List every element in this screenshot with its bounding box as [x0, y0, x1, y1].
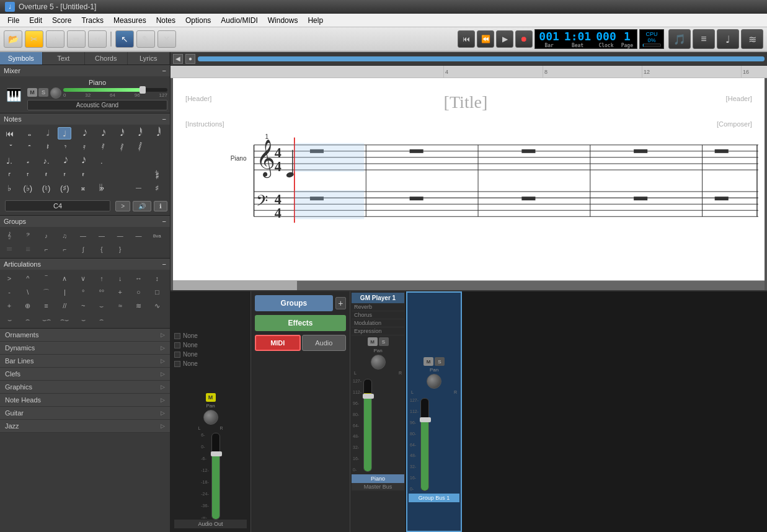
transport-record[interactable]: ⏺: [515, 30, 533, 48]
barlines-header[interactable]: Bar Lines ▷: [0, 355, 170, 367]
artic-item[interactable]: ⊕: [21, 299, 35, 312]
tool-bars[interactable]: ≣: [67, 30, 86, 48]
master-pan-knob[interactable]: [203, 410, 218, 425]
gm-fader-track[interactable]: [363, 379, 372, 472]
none-checkbox-2[interactable]: [174, 342, 180, 348]
artic-item[interactable]: ↔: [131, 272, 145, 285]
tab-lyrics[interactable]: Lyrics: [128, 52, 171, 64]
artic-item[interactable]: +: [2, 299, 16, 312]
artic-item[interactable]: -: [2, 286, 16, 298]
artic-item[interactable]: ⌣: [76, 313, 90, 326]
note-item[interactable]: ♪.: [40, 154, 53, 167]
score-tool-back[interactable]: ◀: [173, 54, 183, 64]
note-item[interactable]: 𝄻: [2, 141, 16, 153]
note-info-btn[interactable]: ℹ: [154, 201, 167, 211]
transport-rewind[interactable]: ⏮: [458, 30, 475, 48]
note-item[interactable]: 𝄿r: [76, 168, 90, 180]
tool-select[interactable]: ↖: [115, 30, 134, 48]
mixer-volume-handle[interactable]: [140, 86, 146, 94]
send-expression[interactable]: Expression: [352, 327, 404, 335]
artic-item[interactable]: ≋: [131, 299, 145, 312]
group-mute-btn[interactable]: M: [423, 357, 433, 366]
score-scrollbar-top[interactable]: [198, 56, 765, 61]
group-item[interactable]: }: [113, 243, 127, 255]
note-item[interactable]: 𝄼: [21, 141, 35, 153]
menu-tracks[interactable]: Tracks: [76, 14, 109, 27]
note-item[interactable]: [131, 168, 145, 180]
tool-accidentals[interactable]: ♯♯: [88, 30, 107, 48]
artic-item[interactable]: ⌢: [21, 313, 35, 326]
menu-file[interactable]: File: [2, 14, 24, 27]
gm-pan-knob[interactable]: [371, 355, 386, 370]
send-chorus[interactable]: Chorus: [352, 311, 404, 319]
group-item[interactable]: 𝄙: [21, 243, 35, 255]
group-item[interactable]: 𝄞: [2, 229, 16, 242]
artic-item[interactable]: >: [2, 272, 16, 285]
mixer-solo-btn[interactable]: S: [38, 88, 48, 97]
note-item[interactable]: 𝅘𝅥𝅲: [150, 127, 164, 140]
artic-item[interactable]: ↑: [95, 272, 109, 285]
group-item[interactable]: —: [131, 229, 145, 242]
transport-back[interactable]: ⏪: [477, 30, 494, 48]
menu-notes[interactable]: Notes: [151, 14, 180, 27]
note-item[interactable]: 𝄾r: [58, 168, 71, 180]
menu-measures[interactable]: Measures: [109, 14, 151, 27]
mixer-volume-knob[interactable]: [50, 87, 61, 99]
mixer-collapse[interactable]: −: [162, 67, 166, 74]
group-item[interactable]: —: [95, 229, 109, 242]
tool-open[interactable]: 📂: [4, 30, 22, 48]
note-item[interactable]: [113, 154, 127, 167]
note-item[interactable]: [113, 168, 127, 180]
artic-item[interactable]: ‾: [40, 272, 53, 285]
note-item[interactable]: —: [131, 182, 145, 194]
artic-item[interactable]: ⌣⌢: [40, 313, 53, 326]
group-item[interactable]: ♫: [58, 229, 71, 242]
send-modulation[interactable]: Modulation: [352, 319, 404, 327]
tool-eraser[interactable]: ✕: [157, 30, 176, 48]
artic-item[interactable]: □: [150, 286, 164, 298]
note-item[interactable]: ♩.: [2, 154, 16, 167]
clefs-header[interactable]: Clefs ▷: [0, 368, 170, 380]
right-tool-tempo[interactable]: ≋: [741, 29, 763, 49]
menu-audio-midi[interactable]: Audio/MIDI: [216, 14, 262, 27]
jazz-header[interactable]: Jazz ▷: [0, 420, 170, 432]
artic-item[interactable]: |: [58, 286, 71, 298]
note-item[interactable]: ♭: [2, 182, 16, 194]
note-item[interactable]: 𝄫: [95, 182, 109, 194]
articulations-collapse[interactable]: −: [162, 260, 166, 268]
note-item[interactable]: .: [95, 154, 109, 167]
gm-solo-btn[interactable]: S: [379, 337, 389, 346]
audio-button[interactable]: Audio: [302, 335, 347, 351]
group-item[interactable]: ⌐: [58, 243, 71, 255]
artic-item[interactable]: //: [58, 299, 71, 312]
note-speaker-btn[interactable]: 🔊: [133, 201, 151, 211]
master-fader-handle[interactable]: [211, 451, 222, 456]
gm-mute-btn[interactable]: M: [368, 337, 378, 346]
right-tool-note[interactable]: ♩: [717, 29, 739, 49]
score-tool-dot[interactable]: ●: [185, 54, 195, 64]
group-fader-handle[interactable]: [420, 417, 431, 422]
note-item[interactable]: ⏮: [2, 127, 16, 140]
tool-note[interactable]: ♪: [46, 30, 64, 48]
note-item[interactable]: 𝅘𝅥𝅱: [131, 127, 145, 140]
artic-item[interactable]: ↓: [113, 272, 127, 285]
artic-item[interactable]: +: [113, 286, 127, 298]
notes-collapse[interactable]: −: [162, 115, 166, 123]
artic-item[interactable]: [113, 313, 127, 326]
note-item[interactable]: 𝄼r: [21, 168, 35, 180]
note-item[interactable]: 𝅘𝅥𝅯.: [76, 154, 90, 167]
none-checkbox-1[interactable]: [174, 333, 180, 339]
none-checkbox-4[interactable]: [174, 361, 180, 367]
note-key-display[interactable]: C4: [5, 200, 110, 211]
midi-button[interactable]: MIDI: [255, 335, 301, 351]
note-item[interactable]: 𝅂: [131, 141, 145, 153]
tab-text[interactable]: Text: [43, 52, 86, 64]
noteheads-header[interactable]: Note Heads ▷: [0, 394, 170, 406]
group-item[interactable]: ∫: [76, 243, 90, 255]
group-pan-knob[interactable]: [427, 374, 441, 389]
group-item[interactable]: {: [95, 243, 109, 255]
note-item[interactable]: 𝅀: [95, 141, 109, 153]
note-item[interactable]: 𝅘𝅥𝅮.: [58, 154, 71, 167]
scroll-thumb[interactable]: [173, 281, 297, 290]
tool-scissors[interactable]: ✂: [25, 30, 43, 48]
